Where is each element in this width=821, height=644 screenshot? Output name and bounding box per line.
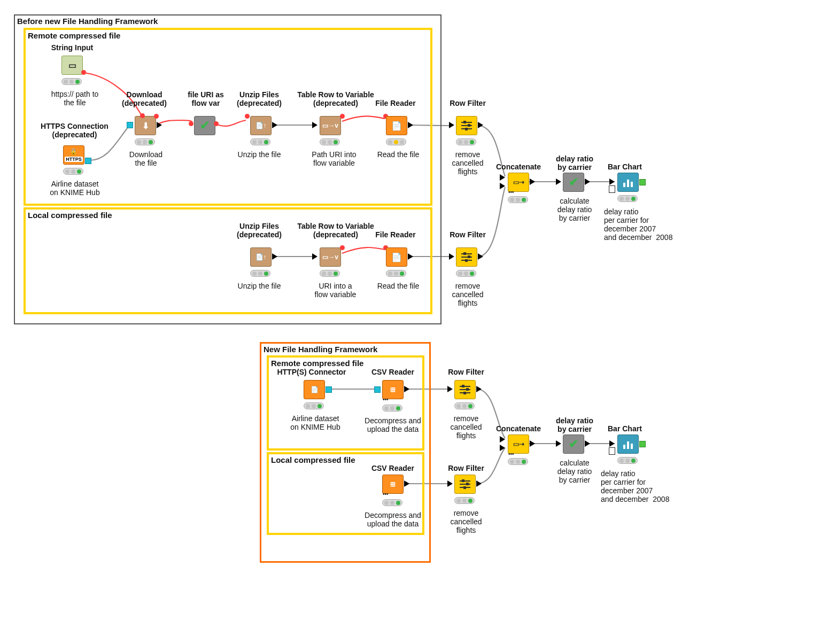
flow-in xyxy=(609,186,615,192)
table-port-in xyxy=(447,480,453,487)
image-port-out xyxy=(639,179,646,185)
traffic-light xyxy=(63,168,83,175)
table-port-in xyxy=(609,179,615,185)
table-port-out xyxy=(530,179,535,185)
node-title: Row Filter xyxy=(441,230,494,239)
trv-node[interactable]: ▭→v xyxy=(320,116,341,135)
node-title: File Reader xyxy=(369,99,422,107)
image-port-out xyxy=(639,441,646,447)
table-port-out xyxy=(478,122,483,128)
node-desc: Unzip the file xyxy=(230,282,289,290)
unzip-node[interactable]: 📄↑ xyxy=(250,247,272,267)
node-title: Concatenate xyxy=(489,424,548,433)
node-title: Table Row to Variable (deprecated) xyxy=(291,90,381,107)
frame-before-title: Before new File Handling Framework xyxy=(17,17,158,26)
table-port-out xyxy=(408,122,413,128)
node-title: Table Row to Variable (deprecated) xyxy=(291,222,381,239)
node-desc: remove cancelled flights xyxy=(441,282,494,307)
table-port-in2 xyxy=(500,445,505,451)
frame-after-local-title: Local compressed file xyxy=(271,455,355,464)
traffic-light xyxy=(304,402,324,409)
traffic-light xyxy=(320,270,340,277)
table-port-out xyxy=(157,122,162,128)
delay-ratio-metanode[interactable]: ✔ xyxy=(563,173,584,192)
file-uri-metanode[interactable]: ✔ xyxy=(194,116,215,135)
traffic-light xyxy=(320,138,340,145)
traffic-light xyxy=(456,138,476,145)
flow-var-port xyxy=(81,70,86,75)
table-port-out xyxy=(478,253,483,260)
traffic-light xyxy=(508,196,528,203)
node-title: Bar Chart xyxy=(608,162,642,171)
traffic-light xyxy=(382,499,402,506)
traffic-light xyxy=(617,457,638,464)
row-filter-node[interactable] xyxy=(456,116,477,135)
node-title: Row Filter xyxy=(439,464,493,472)
table-port-in2 xyxy=(500,183,505,189)
row-filter-node[interactable] xyxy=(454,475,476,494)
fs-port xyxy=(326,386,332,393)
table-port-out xyxy=(585,179,590,185)
fs-port-in xyxy=(374,386,381,393)
unzip-node[interactable]: 📄↑ xyxy=(250,116,272,135)
node-desc: Decompress and upload the data xyxy=(355,416,430,433)
table-port-in1 xyxy=(500,174,505,181)
frame-before-remote-title: Remote compressed file xyxy=(28,31,120,40)
row-filter-node[interactable] xyxy=(454,380,476,399)
node-desc: URI into a flow variable xyxy=(302,282,369,299)
node-desc: Decompress and upload the data xyxy=(355,511,430,528)
table-port-out xyxy=(272,122,277,128)
trv-node[interactable]: ▭→v xyxy=(320,247,341,267)
node-desc: Airline dataset on KNIME Hub xyxy=(283,414,347,431)
flow-var-port-out xyxy=(340,114,345,119)
node-title: Unzip Files (deprecated) xyxy=(230,222,289,239)
traffic-light xyxy=(61,78,82,85)
flow-var-port-in xyxy=(140,113,145,118)
node-desc: Unzip the file xyxy=(230,150,289,159)
flow-var-port-out xyxy=(340,245,345,250)
table-port-out xyxy=(404,480,409,487)
flow-var-port-out xyxy=(214,121,219,126)
traffic-light xyxy=(250,138,270,145)
frame-before-local-title: Local compressed file xyxy=(28,211,112,220)
bar-chart-node[interactable] xyxy=(617,173,639,192)
table-port-out xyxy=(408,253,413,260)
flow-var-port-in xyxy=(245,114,250,119)
file-reader-node[interactable]: 📄 xyxy=(386,116,407,135)
table-port-in xyxy=(312,253,317,260)
traffic-light xyxy=(508,458,528,465)
node-title: HTTPS Connection (deprecated) xyxy=(33,122,116,139)
node-desc: Airline dataset on KNIME Hub xyxy=(40,180,110,197)
node-desc: Read the file xyxy=(369,150,428,159)
file-reader-node[interactable]: 📄 xyxy=(386,247,407,267)
fs-port xyxy=(85,158,91,164)
table-port-in xyxy=(609,440,615,447)
table-port-in xyxy=(447,386,453,392)
traffic-light xyxy=(386,138,406,145)
node-desc: delay ratio per carrier for december 200… xyxy=(604,207,687,242)
node-title: delay ratio by carrier xyxy=(545,416,604,433)
bar-chart-node[interactable] xyxy=(617,434,639,454)
node-title: delay ratio by carrier xyxy=(545,154,604,172)
node-desc: https:// path to the file xyxy=(43,90,107,107)
https-connector-node[interactable]: 📄 xyxy=(304,380,325,399)
table-port-out xyxy=(476,480,482,487)
node-title: Row Filter xyxy=(441,99,494,107)
traffic-light xyxy=(382,405,402,412)
delay-ratio-metanode[interactable]: ✔ xyxy=(563,434,584,454)
node-title: Row Filter xyxy=(439,368,493,376)
traffic-light xyxy=(135,138,155,145)
https-connection-node[interactable]: 🔒HTTPS xyxy=(63,145,84,165)
node-title: Unzip Files (deprecated) xyxy=(230,90,289,107)
node-title: CSV Reader xyxy=(363,464,422,472)
node-desc: remove cancelled flights xyxy=(439,509,493,534)
frame-after-title: New File Handling Framework xyxy=(264,345,377,354)
table-port-in xyxy=(449,122,454,128)
node-title: CSV Reader xyxy=(363,368,422,376)
row-filter-node[interactable] xyxy=(456,247,477,267)
table-port-out xyxy=(476,386,482,392)
string-input-node[interactable]: ▭ xyxy=(61,56,83,75)
download-node[interactable]: ⬇ xyxy=(135,116,156,135)
workflow-canvas[interactable]: Before new File Handling Framework Remot… xyxy=(0,0,821,644)
node-title: String Input xyxy=(43,43,102,52)
